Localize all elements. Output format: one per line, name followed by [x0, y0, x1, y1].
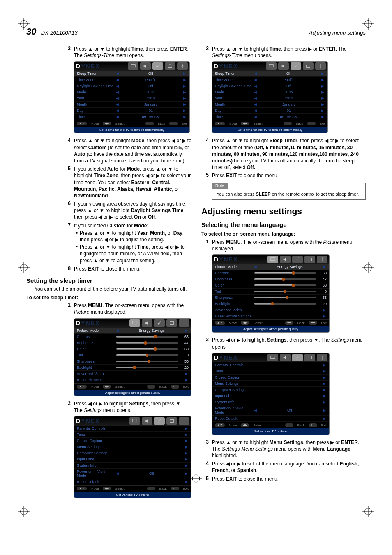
svg-rect-26: [269, 65, 274, 67]
osd-row-label: Advanced Video: [215, 308, 253, 312]
osd-row: Reset Default▶: [212, 416, 329, 422]
step-text: Press ▲ or ▼ to highlight Time, then pre…: [212, 46, 366, 59]
osd-row: Reset Picture Settings▶: [74, 377, 191, 383]
sub-heading: To select the on-screen menu language:: [201, 231, 366, 237]
svg-rect-18: [131, 65, 136, 67]
svg-rect-22: [133, 321, 137, 324]
osd-row-label: Time: [215, 115, 253, 119]
osd-row-value: Auto: [120, 90, 182, 94]
step-text: Press ▲ or ▼ to highlight Sleep Timer, t…: [212, 137, 366, 171]
osd-row-label: Input Label: [77, 457, 115, 461]
osd-row-value: 2010: [258, 96, 320, 100]
svg-rect-23: [170, 321, 174, 324]
osd-row-label: Reset Picture Settings: [77, 378, 115, 382]
osd-row: Backlight29: [74, 365, 191, 371]
osd-row: Power on in Vivid Mode◀Off▶: [74, 469, 191, 479]
osd-row-label: Time: [215, 369, 253, 373]
tab-audio-icon: [142, 319, 152, 327]
tab-picture-icon: [129, 417, 140, 425]
section-heading-language: Selecting the menu language: [201, 221, 366, 228]
osd-row-value: January: [120, 102, 182, 106]
osd-row-value: Off: [120, 72, 182, 76]
crop-mark-icon: [362, 18, 374, 30]
step-number: 6: [63, 201, 71, 221]
osd-row: Contrast63: [74, 334, 191, 340]
osd-row-label: Year: [77, 96, 115, 100]
osd-row-value: 09 : 56 AM: [258, 115, 320, 119]
step-text: Press ▲ or ▼ to highlight Time, then pre…: [74, 46, 191, 59]
section-heading-sleep-timer: Setting the sleep timer: [26, 277, 191, 284]
svg-rect-24: [133, 419, 137, 422]
osd-row: Time Zone◀Pacific▶: [212, 77, 327, 83]
osd-row: Year◀2010▶: [212, 95, 327, 102]
crop-mark-icon: [18, 262, 30, 273]
osd-row: System Info▶: [212, 399, 329, 405]
osd-row: Advanced Video▶: [74, 371, 191, 377]
page-header: 30 DX-26L100A13 Adjusting menu settings: [26, 26, 366, 38]
osd-row: Sleep Timer◀Off▶: [212, 71, 327, 77]
osd-row-label: Time: [77, 115, 115, 119]
step-text: Press EXIT to close the menu.: [74, 266, 191, 272]
crop-mark-icon: [18, 18, 30, 30]
step-number: 3: [201, 439, 209, 459]
osd-row-label: Computer Settings: [77, 451, 115, 455]
osd-row: Parental Controls▶: [212, 362, 329, 368]
tab-settings-icon: [292, 354, 303, 361]
osd-row: Closed Caption▶: [74, 438, 191, 444]
osd-hint: Set a time for the TV to turn off automa…: [212, 127, 327, 133]
osd-row-value: Pacific: [120, 78, 182, 82]
osd-row-label: Power on in Vivid Mode: [77, 469, 115, 478]
tab-usb-icon: [179, 417, 189, 425]
osd-row-label: Reset Picture Settings: [215, 314, 253, 318]
tab-audio-icon: [278, 62, 289, 70]
tab-channels-icon: [166, 417, 177, 425]
osd-row-label: Backlight: [77, 365, 115, 370]
osd-row-label: Tint: [77, 353, 115, 357]
osd-row-label: Sleep Timer: [215, 72, 253, 76]
osd-row-label: Computer Settings: [215, 388, 253, 392]
step-number: 4: [201, 460, 209, 474]
tab-channels-icon: [166, 319, 177, 327]
osd-row: Brightness47: [212, 276, 329, 282]
osd-row-label: Daylight Savings Time: [77, 84, 115, 88]
svg-rect-27: [307, 65, 310, 68]
tab-picture-icon: [128, 62, 138, 70]
osd-row: Mode◀Auto▶: [212, 89, 327, 95]
osd-row-label: Day: [215, 109, 253, 113]
osd-picture-menu: DYNEX Picture Mode◀Energy Savings▶Contra…: [212, 254, 330, 333]
osd-row-value: January: [258, 102, 320, 106]
tab-audio-icon: [280, 354, 291, 361]
osd-row-label: Contrast: [77, 335, 115, 339]
osd-row: Time◀09 : 56 AM▶: [74, 114, 189, 120]
osd-row-label: Color: [77, 347, 115, 351]
osd-row: Backlight29: [212, 301, 329, 307]
tab-channels-icon: [165, 62, 175, 70]
osd-row-value: Off: [258, 408, 322, 412]
tab-audio-icon: [140, 62, 151, 70]
osd-nav-hints: ▲▼Move ◀▶Select ⟵Back ⟵Exit: [212, 422, 329, 428]
right-column: 3 Press ▲ or ▼ to highlight Time, then p…: [201, 46, 366, 502]
osd-row-label: Parental Controls: [215, 363, 253, 367]
step-text: If you selected Auto for Mode, press ▲ o…: [74, 166, 191, 199]
osd-row-label: Closed Caption: [215, 375, 253, 379]
osd-row-label: Picture Mode: [77, 328, 115, 333]
sub-heading: To set the sleep timer:: [26, 295, 191, 301]
osd-row-value: Energy Savings: [258, 265, 322, 269]
osd-row-label: Mode: [215, 90, 253, 94]
note-label: Note: [212, 183, 228, 189]
osd-row-label: Tint: [215, 289, 253, 294]
step-text: Press ◀ or ▶ to highlight Settings, then…: [74, 400, 191, 414]
step-number: 5: [201, 172, 209, 179]
osd-row: Input Label▶: [212, 393, 329, 399]
osd-row: Time▶: [212, 368, 329, 375]
step-number: 4: [63, 137, 71, 164]
svg-rect-19: [168, 65, 172, 68]
osd-row: Sleep Timer◀Off▶: [74, 71, 189, 77]
osd-hint: Set a time for the TV to turn off automa…: [74, 127, 189, 133]
tab-channels-icon: [303, 62, 314, 70]
tab-picture-icon: [266, 62, 277, 70]
osd-row: Time Zone◀Pacific▶: [74, 77, 189, 83]
osd-row-value: Off: [120, 472, 184, 476]
svg-rect-30: [271, 356, 275, 358]
osd-row: Mode◀Auto▶: [74, 89, 189, 95]
